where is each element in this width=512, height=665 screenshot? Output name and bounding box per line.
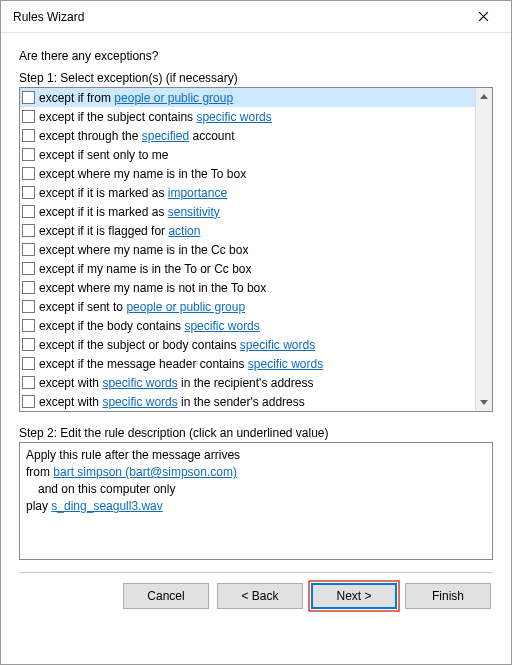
exception-row[interactable]: except if the subject or body contains s… xyxy=(20,335,475,354)
step1-label: Step 1: Select exception(s) (if necessar… xyxy=(19,71,493,85)
exception-checkbox[interactable] xyxy=(22,338,35,351)
exception-checkbox[interactable] xyxy=(22,281,35,294)
exception-row[interactable]: except if my name is in the To or Cc box xyxy=(20,259,475,278)
exception-link[interactable]: importance xyxy=(168,186,227,200)
close-icon xyxy=(478,11,489,22)
exception-row[interactable]: except through the specified account xyxy=(20,126,475,145)
exception-checkbox[interactable] xyxy=(22,186,35,199)
exception-pre: except where my name is in the Cc box xyxy=(39,243,248,257)
exception-link[interactable]: specific words xyxy=(240,338,315,352)
rule-description-box[interactable]: Apply this rule after the message arrive… xyxy=(19,442,493,560)
exception-text: except where my name is not in the To bo… xyxy=(39,281,266,295)
vertical-scrollbar[interactable] xyxy=(475,88,492,411)
exception-link[interactable]: specific words xyxy=(184,319,259,333)
exception-text: except if from people or public group xyxy=(39,91,233,105)
exception-row[interactable]: except if the body contains specific wor… xyxy=(20,316,475,335)
desc-line-3: and on this computer only xyxy=(26,481,486,498)
desc-line-4: play s_ding_seagull3.wav xyxy=(26,498,486,515)
back-button[interactable]: < Back xyxy=(217,583,303,609)
exception-text: except if the body contains specific wor… xyxy=(39,319,260,333)
exception-row[interactable]: except if sent only to me xyxy=(20,145,475,164)
exception-row[interactable]: except if it is marked as importance xyxy=(20,183,475,202)
exception-row[interactable]: except if the message header contains sp… xyxy=(20,354,475,373)
window-title: Rules Wizard xyxy=(13,10,463,24)
exception-link[interactable]: specified xyxy=(142,129,189,143)
exception-checkbox[interactable] xyxy=(22,224,35,237)
exception-link[interactable]: specific words xyxy=(248,357,323,371)
exceptions-list: except if from people or public groupexc… xyxy=(20,88,475,411)
exception-checkbox[interactable] xyxy=(22,376,35,389)
exception-text: except with specific words in the sender… xyxy=(39,395,305,409)
page-question: Are there any exceptions? xyxy=(19,49,493,63)
desc-play-link[interactable]: s_ding_seagull3.wav xyxy=(51,499,162,513)
exception-pre: except if sent to xyxy=(39,300,126,314)
exception-pre: except if from xyxy=(39,91,114,105)
cancel-button[interactable]: Cancel xyxy=(123,583,209,609)
exception-text: except if it is flagged for action xyxy=(39,224,200,238)
desc-line4-pre: play xyxy=(26,499,51,513)
next-button[interactable]: Next > xyxy=(311,583,397,609)
exception-checkbox[interactable] xyxy=(22,110,35,123)
exception-text: except through the specified account xyxy=(39,129,235,143)
exception-pre: except if the body contains xyxy=(39,319,184,333)
exception-text: except if the subject contains specific … xyxy=(39,110,272,124)
finish-button[interactable]: Finish xyxy=(405,583,491,609)
exception-link[interactable]: action xyxy=(168,224,200,238)
exception-checkbox[interactable] xyxy=(22,91,35,104)
exception-link[interactable]: sensitivity xyxy=(168,205,220,219)
exception-checkbox[interactable] xyxy=(22,205,35,218)
exception-pre: except if the subject contains xyxy=(39,110,196,124)
exception-row[interactable]: except if from people or public group xyxy=(20,88,475,107)
exception-pre: except where my name is not in the To bo… xyxy=(39,281,266,295)
exception-checkbox[interactable] xyxy=(22,167,35,180)
exception-checkbox[interactable] xyxy=(22,129,35,142)
exception-checkbox[interactable] xyxy=(22,262,35,275)
desc-line2-pre: from xyxy=(26,465,53,479)
step2-label: Step 2: Edit the rule description (click… xyxy=(19,426,493,440)
scroll-up-arrow-icon[interactable] xyxy=(476,88,493,105)
exceptions-listbox[interactable]: except if from people or public groupexc… xyxy=(19,87,493,412)
exception-text: except where my name is in the To box xyxy=(39,167,246,181)
desc-line-1: Apply this rule after the message arrive… xyxy=(26,447,486,464)
exception-link[interactable]: specific words xyxy=(102,376,177,390)
exception-link[interactable]: specific words xyxy=(102,395,177,409)
exception-row[interactable]: except where my name is in the To box xyxy=(20,164,475,183)
exception-row[interactable]: except if it is flagged for action xyxy=(20,221,475,240)
rules-wizard-window: Rules Wizard Are there any exceptions? S… xyxy=(0,0,512,665)
desc-from-link[interactable]: bart simpson (bart@simpson.com) xyxy=(53,465,237,479)
exception-text: except with specific words in the recipi… xyxy=(39,376,313,390)
exception-checkbox[interactable] xyxy=(22,357,35,370)
exception-pre: except where my name is in the To box xyxy=(39,167,246,181)
exception-checkbox[interactable] xyxy=(22,395,35,408)
exception-post: in the recipient's address xyxy=(178,376,314,390)
exception-checkbox[interactable] xyxy=(22,319,35,332)
exception-text: except if sent to people or public group xyxy=(39,300,245,314)
exception-pre: except if it is flagged for xyxy=(39,224,168,238)
exception-row[interactable]: except if the subject contains specific … xyxy=(20,107,475,126)
exception-pre: except if it is marked as xyxy=(39,205,168,219)
exception-text: except if the subject or body contains s… xyxy=(39,338,315,352)
exception-row[interactable]: except with specific words in the recipi… xyxy=(20,373,475,392)
exception-row[interactable]: except if sent to people or public group xyxy=(20,297,475,316)
exception-pre: except if it is marked as xyxy=(39,186,168,200)
exception-post: account xyxy=(189,129,234,143)
exception-checkbox[interactable] xyxy=(22,243,35,256)
exception-row[interactable]: except where my name is not in the To bo… xyxy=(20,278,475,297)
exception-link[interactable]: specific words xyxy=(196,110,271,124)
exception-pre: except with xyxy=(39,395,102,409)
exception-link[interactable]: people or public group xyxy=(126,300,245,314)
exception-row[interactable]: except with specific words in the sender… xyxy=(20,392,475,411)
exception-post: in the sender's address xyxy=(178,395,305,409)
exception-text: except if my name is in the To or Cc box xyxy=(39,262,252,276)
exception-row[interactable]: except if it is marked as sensitivity xyxy=(20,202,475,221)
button-row: Cancel < Back Next > Finish xyxy=(19,583,493,615)
close-button[interactable] xyxy=(463,3,503,31)
exception-text: except if it is marked as sensitivity xyxy=(39,205,220,219)
exception-checkbox[interactable] xyxy=(22,300,35,313)
exception-checkbox[interactable] xyxy=(22,148,35,161)
exception-link[interactable]: people or public group xyxy=(114,91,233,105)
scroll-down-arrow-icon[interactable] xyxy=(476,394,493,411)
exception-pre: except with xyxy=(39,376,102,390)
exception-text: except if the message header contains sp… xyxy=(39,357,323,371)
exception-row[interactable]: except where my name is in the Cc box xyxy=(20,240,475,259)
